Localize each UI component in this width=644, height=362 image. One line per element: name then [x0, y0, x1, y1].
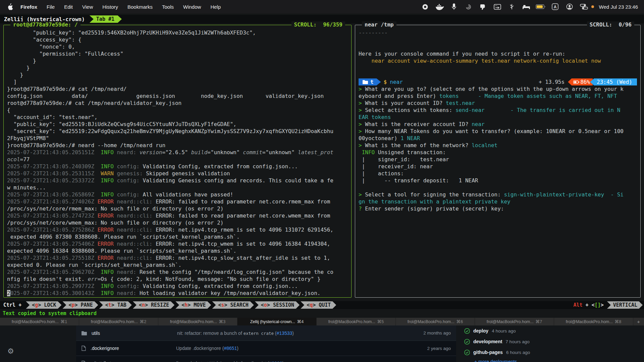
terminal-line: } [7, 64, 348, 71]
status-segment-resize[interactable]: <n> RESIZE [133, 301, 174, 309]
account-icon[interactable] [564, 3, 575, 11]
tab-shortcut: ⌘3 [219, 319, 225, 324]
new-tab-button[interactable]: + [633, 318, 644, 325]
tab-label: frol@MacBookPro.hom... [328, 319, 375, 324]
file-row[interactable]: .gitattributesfix: exclude test WebAssem… [76, 356, 456, 362]
deployment-row[interactable]: development7 hours ago [464, 336, 575, 347]
menu-item-firefox[interactable]: Firefox [16, 4, 42, 10]
terminal-line [359, 184, 637, 191]
deployment-row[interactable]: deploy4 hours ago [464, 325, 575, 336]
branch-icon[interactable] [506, 3, 518, 11]
gear-icon[interactable]: ⚙ [7, 347, 14, 356]
commit-age: 2 years ago [427, 361, 451, 362]
terminal-line: ? Enter sender (signer) private (secret)… [359, 205, 637, 212]
input-source-icon[interactable]: A [549, 3, 561, 11]
toggles-icon[interactable] [578, 3, 590, 11]
tab-shortcut: ⌘4 [297, 319, 304, 324]
menu-item-window[interactable]: Window [178, 4, 206, 10]
status-segment-lock[interactable]: <g> LOCK [26, 301, 61, 309]
key-hint: t [108, 302, 111, 308]
deployment-row[interactable]: github-pages6 hours ago [464, 347, 575, 358]
right-terminal-pane[interactable]: near /tmp SCROLL: 0/96 ---------Here is … [355, 25, 641, 298]
deployment-name[interactable]: deploy [473, 328, 488, 334]
terminal-line: "access_key": { [7, 36, 348, 43]
terminal-line: 2025-07-23T21:43:05.240309Z INFO config:… [7, 163, 348, 170]
terminal-tab-3[interactable]: frol@MacBookPro.hom...⌘3 [158, 318, 237, 325]
terminal-line: 2025-07-23T21:43:05.265869Z INFO config:… [7, 191, 348, 198]
terminal-tab-8[interactable]: frol@MacBookPro.hom...⌘8 [554, 318, 633, 325]
pr-link[interactable]: #8868 [269, 361, 282, 362]
terminal-tab-2[interactable]: frol@MacBookPro.hom...⌘2 [79, 318, 158, 325]
menu-item-edit[interactable]: Edit [59, 4, 77, 10]
terminal-line: w minutes... [7, 184, 348, 191]
left-pane-content: "public_key": "ed25519:546XB2oHhj7PzUKHi… [4, 29, 351, 297]
file-icon [82, 361, 86, 362]
file-name[interactable]: .gitattributes [91, 361, 176, 362]
deployment-name[interactable]: github-pages [473, 350, 503, 355]
battery-percent: 86% [580, 79, 590, 85]
zellij-tab-badge[interactable]: Tab #1 [90, 15, 122, 23]
terminal-line: | receiver_id: near [359, 163, 637, 170]
background-webpage: ⚙ utilsnit: refactor: remove a bunch of … [0, 325, 644, 362]
apple-menu-icon[interactable] [7, 3, 13, 10]
file-name[interactable]: utils [92, 330, 177, 336]
pr-link[interactable]: #13533 [277, 330, 292, 336]
battery-icon[interactable] [535, 3, 546, 11]
menu-item-help[interactable]: Help [206, 4, 225, 10]
docker-icon[interactable] [434, 3, 445, 11]
terminal-line: | actions: [359, 170, 637, 177]
menu-item-tools[interactable]: Tools [157, 4, 178, 10]
tab-shortcut: ⌘7 [536, 319, 542, 324]
file-row[interactable]: utilsnit: refactor: remove a bunch of ex… [76, 325, 456, 341]
check-icon [464, 339, 470, 345]
menu-item-history[interactable]: History [98, 4, 123, 10]
record-icon[interactable] [420, 3, 431, 11]
spiral-icon[interactable] [463, 3, 474, 11]
terminal-line: > How many NEAR Tokens do you want to tr… [359, 128, 637, 135]
menu-item-file[interactable]: File [42, 4, 59, 10]
terminal-line: 2025-07-23T21:43:05.253115Z WARN genesis… [7, 170, 348, 177]
terminal-tab-1[interactable]: frol@MacBookPro.hom...⌘1 [0, 318, 79, 325]
terminal-line: 2025-07-23T21:43:05.274026Z ERROR neard:… [7, 198, 348, 205]
terminal-line: gn the transaction with a plaintext priv… [359, 198, 637, 205]
menu-item-view[interactable]: View [77, 4, 98, 10]
status-segment-tab[interactable]: <t> TAB [99, 301, 132, 309]
terminal-line: > What are you up to? (select one of the… [359, 85, 637, 93]
left-terminal-pane[interactable]: root@d778a97e59de: / SCROLL: 96/359 "pub… [3, 25, 352, 298]
status-segment-quit[interactable]: <q> QUIT [301, 301, 336, 309]
prompt-dollar: $ [384, 79, 387, 85]
status-segment-session[interactable]: <o> SESSION [255, 301, 300, 309]
folder-icon [82, 331, 87, 336]
terminal-line: 2025-07-23T21:43:05.296270Z INFO neard: … [7, 268, 348, 276]
terminal-tab-7[interactable]: frol@MacBookPro.hom...⌘7 [475, 318, 554, 325]
display-arrows-icon[interactable] [492, 3, 503, 11]
pr-link[interactable]: #8651 [224, 346, 237, 351]
file-name[interactable]: .dockerignore [91, 346, 176, 351]
terminal-tab-6[interactable]: frol@MacBookPro.hom...⌘6 [396, 318, 475, 325]
tab-label: frol@MacBookPro.hom... [170, 319, 217, 324]
layout-mode-ribbon[interactable]: VERTICAL [607, 301, 643, 309]
terminal-line: "public_key": "ed25519:BJiUdkZeQCwsg9s4U… [7, 121, 348, 128]
more-deployments-link[interactable]: + more deployments [474, 359, 575, 362]
hand-down-icon[interactable] [477, 3, 489, 11]
file-icon [82, 346, 86, 351]
terminal-tab-5[interactable]: frol@MacBookPro.hom...⌘5 [317, 318, 396, 325]
menu-item-bookmarks[interactable]: Bookmarks [123, 4, 157, 10]
status-segment-search[interactable]: <s> SEARCH [212, 301, 254, 309]
key-hint: o [264, 302, 267, 308]
tab-label: Zellij (hysterical-crown... [250, 319, 295, 324]
deployment-age: 4 hours ago [492, 328, 516, 334]
macos-menu-bar: FirefoxFileEditViewHistoryBookmarksTools… [0, 0, 644, 13]
terminal-window: Zellij (hysterical-crown) Tab #1 root@d7… [0, 13, 644, 318]
deployment-name[interactable]: development [473, 339, 502, 344]
terminal-tab-4[interactable]: Zellij (hysterical-crown...⌘4 [237, 318, 317, 325]
microphone-icon[interactable] [448, 3, 460, 11]
prompt-directory-segment: t [359, 78, 381, 85]
menu-clock[interactable]: Wed Jul 23 23:46 [599, 4, 638, 10]
key-hint: n [142, 302, 145, 308]
file-row[interactable]: .dockerignoreUpdate .dockerignore (#8651… [76, 341, 456, 356]
bed-icon[interactable] [521, 3, 532, 11]
terminal-line: 2025-07-23T21:43:05.205151Z INFO neard: … [7, 149, 348, 156]
status-segment-move[interactable]: <h> MOVE [175, 301, 211, 309]
status-segment-pane[interactable]: <p> PANE [62, 301, 98, 309]
